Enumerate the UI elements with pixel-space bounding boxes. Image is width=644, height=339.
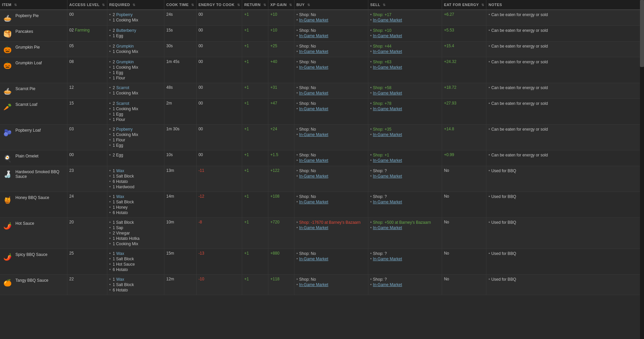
list-item: In-Game Market [297,199,366,205]
xp-value: +880 [270,251,279,256]
list-item: In-Game Market [370,33,440,39]
ingredient-link[interactable]: Wax [116,251,124,256]
list-item: In-Game Market [370,132,440,137]
cell-energy: 00 [196,125,242,150]
market-link[interactable]: In-Game Market [373,174,402,179]
item-icon: 🎃 [2,44,13,55]
list-item: 1 Flour [109,117,162,122]
ingredient-link[interactable]: Wax [116,277,124,282]
market-link[interactable]: In-Game Market [373,132,402,137]
market-link[interactable]: In-Game Market [373,257,402,261]
cell-energy: -10 [196,275,242,295]
col-header-xp[interactable]: XP GAIN ⇅ [268,0,294,10]
market-link[interactable]: In-Game Market [299,18,328,22]
col-header-sell[interactable]: SELL ⇅ [368,0,442,10]
cell-notes: Can be eaten for energy or sold [486,26,644,42]
market-link[interactable]: In-Game Market [373,107,402,111]
list-item: 6 Hotato [109,179,162,184]
cell-energy: 00 [196,26,242,42]
item-icon: 🫐 [2,127,13,138]
ingredient-link[interactable]: Butterberry [116,28,136,33]
col-header-cook[interactable]: COOK TIME ⇅ [164,0,196,10]
cell-buy: Shop: NoIn-Game Market [294,249,368,275]
market-link[interactable]: In-Game Market [373,65,402,70]
energy-value: -11 [199,168,204,173]
ingredient-link[interactable]: Wax [116,168,124,173]
cell-energy: 00 [196,99,242,125]
market-link[interactable]: In-Game Market [373,18,402,22]
xp-value: +25 [270,44,277,48]
list-item: 1 Cooking Mix [109,241,162,247]
list-item: 6 Hotato [109,287,162,293]
scrollbar[interactable] [640,0,644,339]
cell-sell: Shop: ?In-Game Market [368,192,442,218]
market-link[interactable]: In-Game Market [373,91,402,95]
market-link[interactable]: In-Game Market [299,49,328,54]
list-item: 2 Popberry [109,127,162,132]
ingredient-link[interactable]: Popberry [116,127,133,132]
cook-time-value: 12m [166,277,174,281]
eat-energy-value: +6.27 [444,12,454,17]
market-link[interactable]: In-Game Market [373,33,402,38]
col-header-energy[interactable]: ENERGY TO COOK ⇅ [196,0,242,10]
cell-cook-time: 2m [164,99,196,125]
list-item: 1 Wax [109,277,162,282]
cell-required: 2 Scarrot1 Cooking Mix1 Egg1 Flour [107,99,164,125]
market-link[interactable]: In-Game Market [299,257,328,261]
ingredient-link[interactable]: Grumpkin [116,60,134,64]
market-link[interactable]: In-Game Market [373,158,402,163]
access-level-text: 03 [69,127,74,131]
cell-cook-time: 10s [164,150,196,166]
market-link[interactable]: In-Game Market [373,282,402,287]
col-header-notes[interactable]: NOTES [486,0,644,10]
market-link[interactable]: In-Game Market [373,200,402,204]
xp-value: +10 [270,28,277,32]
market-link[interactable]: In-Game Market [299,91,328,95]
col-header-buy[interactable]: BUY ⇅ [294,0,368,10]
list-item: Shop: +44 [370,44,440,49]
col-header-access[interactable]: ACCESS LEVEL ⇅ [67,0,107,10]
list-item: 1 Salt Block [109,282,162,287]
energy-value: 00 [199,28,203,32]
list-item: Shop: No [297,251,366,256]
market-link[interactable]: In-Game Market [299,158,328,163]
cook-time-value: 14m [166,194,174,199]
market-link[interactable]: In-Game Market [373,49,402,54]
col-header-required[interactable]: REQUIRED ⇅ [107,0,164,10]
ingredient-link[interactable]: Popberry [116,12,133,17]
ingredient-link[interactable]: Grumpkin [116,44,134,49]
eat-energy-value: No [444,277,449,281]
market-link[interactable]: In-Game Market [299,200,328,204]
market-link[interactable]: In-Game Market [299,33,328,38]
col-header-item[interactable]: ITEM ⇅ [0,0,67,10]
market-link[interactable]: In-Game Market [299,282,328,287]
ingredient-link[interactable]: Scarrot [116,101,129,106]
ingredient-link[interactable]: Wax [116,194,124,199]
list-item: In-Game Market [370,65,440,70]
market-link[interactable]: In-Game Market [299,174,328,179]
cell-notes: Used for BBQ [486,192,644,218]
market-link[interactable]: In-Game Market [299,225,328,230]
cooking-table: ITEM ⇅ ACCESS LEVEL ⇅ REQUIRED ⇅ COOK TI… [0,0,644,295]
sell-text: Shop: ? [373,277,387,282]
cell-item: 🫐 Popberry Loaf [0,125,67,150]
col-header-return[interactable]: RETURN ⇅ [242,0,268,10]
list-item: Used for BBQ [488,251,642,256]
market-link[interactable]: In-Game Market [299,65,328,70]
scrollbar-thumb[interactable] [640,0,644,67]
cell-return: +1 [242,42,268,57]
cell-energy: 00 [196,83,242,99]
list-item: Shop: +500 at Barney's Bazaarn [370,220,440,225]
cell-eat-energy: +27.93 [442,99,486,125]
market-link[interactable]: In-Game Market [299,107,328,111]
buy-text: Shop: No [299,12,316,17]
list-item: In-Game Market [297,33,366,39]
list-item: 1 Egg [109,143,162,148]
market-link[interactable]: In-Game Market [373,225,402,230]
list-item: Shop: -17670 at Barney's Bazaarn [297,220,366,225]
cell-return: +1 [242,150,268,166]
cell-cook-time: 48s [164,83,196,99]
market-link[interactable]: In-Game Market [299,132,328,137]
ingredient-link[interactable]: Scarrot [116,85,129,90]
col-header-eat[interactable]: EAT FOR ENERGY ⇅ [442,0,486,10]
